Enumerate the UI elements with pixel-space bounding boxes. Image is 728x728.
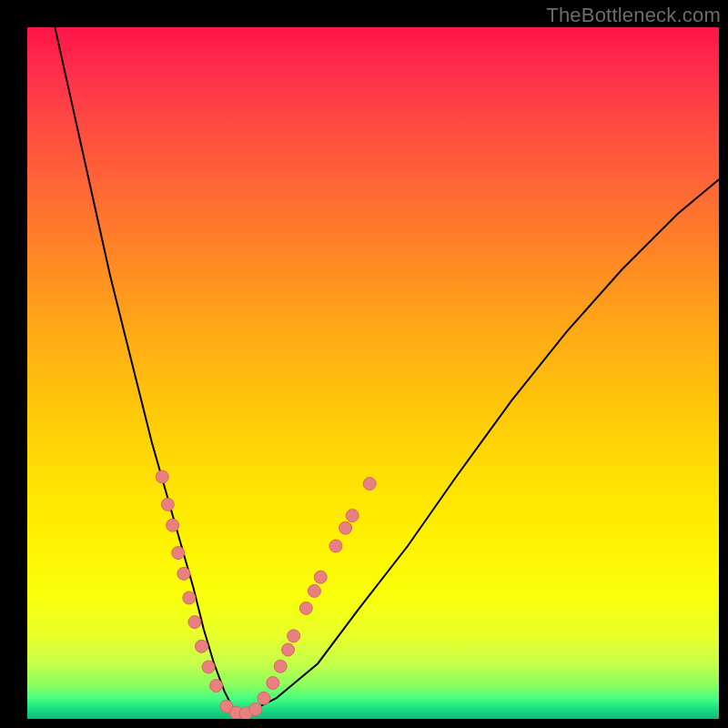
watermark-text: TheBottleneck.com bbox=[546, 4, 721, 27]
marker-cluster-left bbox=[172, 547, 185, 560]
marker-cluster-bottom bbox=[249, 703, 262, 715]
marker-cluster-right bbox=[363, 478, 376, 490]
marker-cluster-left bbox=[177, 567, 190, 580]
plot-area bbox=[27, 27, 719, 719]
bottleneck-curve bbox=[55, 27, 719, 712]
marker-cluster-left bbox=[188, 616, 201, 629]
marker-cluster-right bbox=[288, 630, 300, 642]
marker-cluster-right bbox=[329, 540, 342, 552]
marker-cluster-right bbox=[267, 677, 279, 690]
marker-cluster-left bbox=[156, 470, 168, 483]
marker-cluster-right bbox=[346, 510, 359, 522]
marker-cluster-left bbox=[196, 640, 208, 652]
marker-cluster-right bbox=[339, 521, 352, 534]
marker-cluster-right bbox=[274, 660, 287, 672]
marker-cluster-right bbox=[308, 584, 320, 597]
marker-cluster-left bbox=[202, 661, 215, 673]
marker-cluster-left bbox=[210, 680, 223, 693]
marker-cluster-left bbox=[167, 519, 179, 531]
marker-cluster-right bbox=[282, 643, 295, 656]
curve-layer bbox=[27, 27, 719, 719]
marker-cluster-right bbox=[258, 692, 270, 704]
marker-cluster-left bbox=[183, 592, 196, 604]
marker-dots-group bbox=[156, 470, 376, 719]
marker-cluster-right bbox=[314, 571, 327, 583]
marker-cluster-left bbox=[161, 498, 174, 511]
marker-cluster-right bbox=[299, 602, 312, 614]
chart-frame: TheBottleneck.com bbox=[0, 0, 728, 728]
